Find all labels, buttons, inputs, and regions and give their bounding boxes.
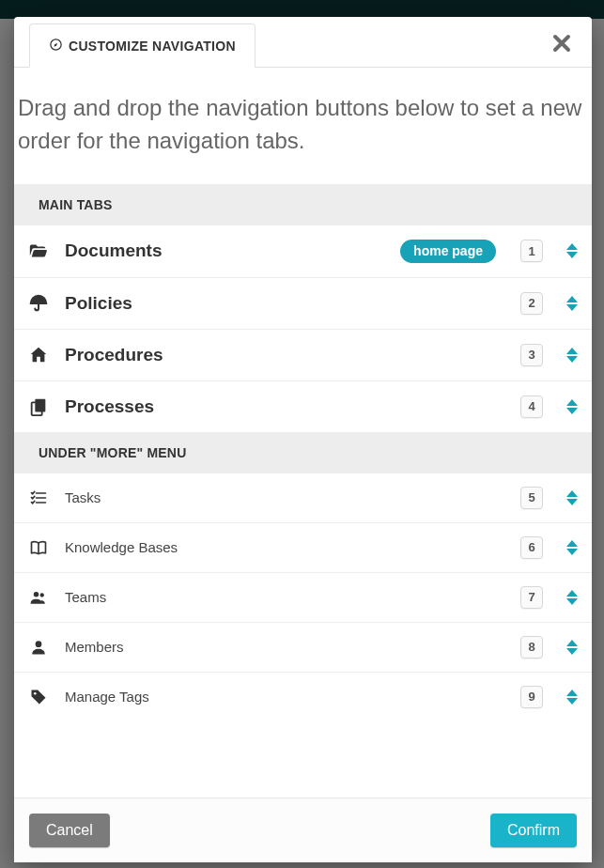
order-number: 7	[520, 586, 543, 609]
caret-up-icon	[565, 398, 579, 407]
caret-down-icon	[565, 355, 579, 364]
order-number: 1	[520, 240, 543, 262]
nav-item-processes[interactable]: Processes 4	[14, 381, 592, 432]
modal-tab-strip: CUSTOMIZE NAVIGATION	[29, 23, 256, 68]
confirm-button[interactable]: Confirm	[490, 814, 577, 847]
nav-item-label: Policies	[65, 293, 507, 314]
nav-item-procedures[interactable]: Procedures 3	[14, 330, 592, 381]
caret-up-icon	[565, 539, 579, 548]
nav-item-label: Documents	[65, 240, 387, 261]
section-header-main: MAIN TABS	[14, 184, 592, 225]
nav-item-label: Processes	[65, 396, 507, 417]
more-tabs-list: Tasks 5 Knowledge Bases 6 Teams	[14, 473, 592, 721]
sort-handle[interactable]	[565, 398, 579, 415]
sort-handle[interactable]	[565, 489, 579, 506]
sort-handle[interactable]	[565, 689, 579, 705]
umbrella-icon	[25, 293, 52, 314]
caret-up-icon	[565, 689, 579, 697]
tab-customize-navigation[interactable]: CUSTOMIZE NAVIGATION	[29, 23, 256, 68]
section-header-more: UNDER "MORE" MENU	[14, 432, 592, 473]
nav-item-label: Manage Tags	[65, 689, 507, 705]
sort-handle[interactable]	[565, 347, 579, 364]
copy-icon	[25, 396, 52, 417]
caret-up-icon	[565, 639, 579, 647]
caret-down-icon	[565, 647, 579, 656]
caret-down-icon	[565, 407, 579, 415]
nav-item-policies[interactable]: Policies 2	[14, 278, 592, 330]
order-number: 4	[520, 395, 543, 418]
nav-item-knowledge-bases[interactable]: Knowledge Bases 6	[14, 523, 592, 573]
nav-item-label: Procedures	[65, 345, 507, 365]
modal-intro-text: Drag and drop the navigation buttons bel…	[14, 92, 592, 184]
home-page-badge[interactable]: home page	[400, 240, 496, 263]
order-number: 3	[520, 344, 543, 366]
users-icon	[25, 588, 52, 607]
order-number: 9	[520, 686, 543, 708]
nav-item-label: Knowledge Bases	[65, 539, 507, 555]
home-icon	[25, 345, 52, 365]
caret-up-icon	[565, 347, 579, 355]
nav-item-label: Teams	[65, 589, 507, 605]
nav-item-teams[interactable]: Teams 7	[14, 573, 592, 623]
caret-down-icon	[565, 697, 579, 705]
sort-handle[interactable]	[565, 295, 579, 312]
nav-item-documents[interactable]: Documents home page 1	[14, 225, 592, 278]
order-number: 6	[520, 536, 543, 559]
caret-down-icon	[565, 597, 579, 606]
caret-down-icon	[565, 251, 579, 259]
modal-body: Drag and drop the navigation buttons bel…	[14, 68, 592, 798]
main-tabs-list: Documents home page 1 Policies 2	[14, 225, 592, 432]
order-number: 8	[520, 636, 543, 659]
caret-down-icon	[565, 303, 579, 312]
sort-handle[interactable]	[565, 589, 579, 606]
list-check-icon	[25, 488, 52, 507]
nav-item-label: Members	[65, 639, 507, 655]
sort-handle[interactable]	[565, 539, 579, 556]
nav-item-tasks[interactable]: Tasks 5	[14, 473, 592, 523]
order-number: 2	[520, 292, 543, 315]
caret-up-icon	[565, 589, 579, 597]
cancel-button[interactable]: Cancel	[29, 814, 110, 847]
modal-footer: Cancel Confirm	[14, 798, 592, 862]
compass-icon	[49, 38, 63, 54]
sort-handle[interactable]	[565, 242, 579, 259]
customize-navigation-modal: CUSTOMIZE NAVIGATION Drag and drop the n…	[14, 17, 592, 862]
folder-open-icon	[25, 240, 52, 261]
tag-icon	[25, 688, 52, 706]
nav-item-manage-tags[interactable]: Manage Tags 9	[14, 673, 592, 721]
order-number: 5	[520, 487, 543, 509]
user-icon	[25, 638, 52, 657]
caret-up-icon	[565, 489, 579, 498]
book-open-icon	[25, 538, 52, 557]
nav-item-label: Tasks	[65, 489, 507, 505]
close-icon	[550, 32, 573, 58]
nav-item-members[interactable]: Members 8	[14, 623, 592, 673]
modal-header: CUSTOMIZE NAVIGATION	[14, 17, 592, 68]
caret-down-icon	[565, 498, 579, 506]
caret-up-icon	[565, 242, 579, 251]
close-button[interactable]	[547, 30, 577, 60]
sort-handle[interactable]	[565, 639, 579, 656]
caret-up-icon	[565, 295, 579, 303]
tab-label: CUSTOMIZE NAVIGATION	[69, 39, 236, 54]
caret-down-icon	[565, 548, 579, 556]
